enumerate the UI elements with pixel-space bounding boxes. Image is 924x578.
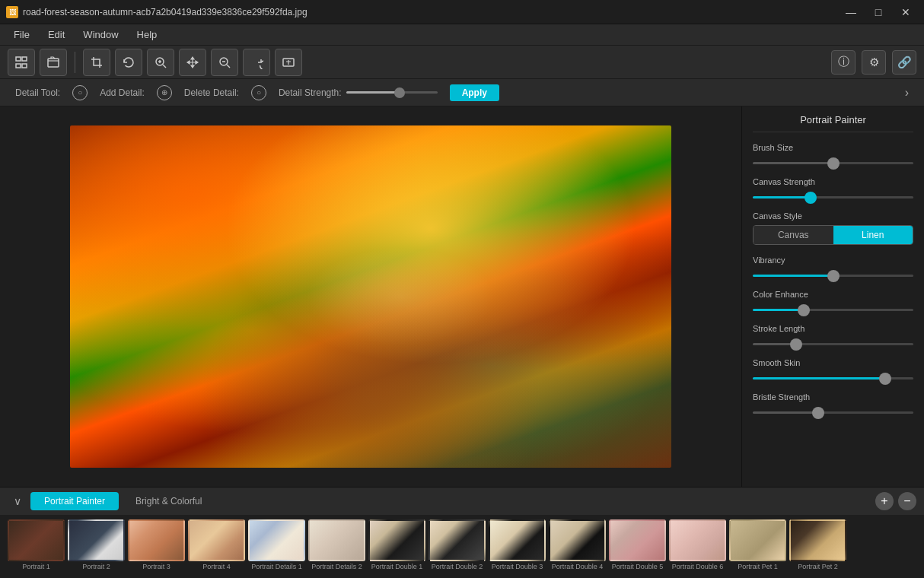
thumbnail-label: Portrait Double 1 <box>368 563 425 570</box>
list-item[interactable]: Portrait Details 1 <box>248 519 305 574</box>
info-button[interactable]: ⓘ <box>831 50 855 75</box>
thumbnail <box>429 519 486 561</box>
thumbnail <box>789 519 846 561</box>
thumbnail <box>68 519 125 561</box>
tab-portrait-painter[interactable]: Portrait Painter <box>30 492 119 510</box>
list-item[interactable]: Portrait Pet 1 <box>729 519 786 574</box>
canvas-style-canvas-button[interactable]: Canvas <box>754 226 833 244</box>
right-panel: Portrait Painter Brush Size Canvas Stren… <box>741 106 924 487</box>
add-preset-button[interactable]: + <box>875 492 894 510</box>
delete-detail-icon: ○ <box>251 85 266 100</box>
canvas-strength-row: Canvas Strength <box>753 177 913 201</box>
fit-screen-button[interactable] <box>8 49 35 76</box>
color-enhance-row: Color Enhance <box>753 290 913 313</box>
thumbnail-label: Portrait Double 6 <box>669 563 726 570</box>
zoom-in-button[interactable] <box>147 49 174 76</box>
stroke-length-label: Stroke Length <box>753 324 913 333</box>
thumbnail <box>188 519 245 561</box>
rotate-right-button[interactable] <box>243 49 270 76</box>
canvas-strength-slider[interactable] <box>753 196 913 198</box>
menu-window[interactable]: Window <box>75 26 126 43</box>
canvas-style-linen-button[interactable]: Linen <box>833 226 913 244</box>
thumbnail <box>368 519 425 561</box>
brush-size-slider[interactable] <box>753 162 913 164</box>
thumbnail-label: Portrait 2 <box>68 563 125 570</box>
move-button[interactable] <box>179 49 206 76</box>
list-item[interactable]: Portrait Details 2 <box>308 519 365 574</box>
list-item[interactable]: Portrait 1 <box>8 519 65 574</box>
collapse-button[interactable]: ∨ <box>8 492 27 510</box>
expand-button[interactable] <box>275 49 302 76</box>
crop-button[interactable] <box>83 49 110 76</box>
stroke-length-row: Stroke Length <box>753 324 913 348</box>
apply-button[interactable]: Apply <box>450 84 499 101</box>
vibrancy-row: Vibrancy <box>753 256 913 279</box>
list-item[interactable]: Portrait Double 6 <box>669 519 726 574</box>
vibrancy-slider[interactable] <box>753 275 913 277</box>
menu-file[interactable]: File <box>6 26 37 43</box>
title-text: road-forest-season-autumn-acb7a2b0419ad3… <box>23 7 307 17</box>
svg-rect-3 <box>22 64 27 68</box>
list-item[interactable]: Portrait Double 2 <box>429 519 486 574</box>
list-item[interactable]: Portrait Double 5 <box>609 519 666 574</box>
tab-bar: ∨ Portrait Painter Bright & Colorful + − <box>0 487 924 515</box>
thumbnail <box>308 519 365 561</box>
remove-preset-button[interactable]: − <box>898 492 916 510</box>
thumbnail-label: Portrait Double 3 <box>489 563 546 570</box>
svg-rect-0 <box>16 57 21 61</box>
bristle-strength-label: Bristle Strength <box>753 392 913 402</box>
menu-bar: File Edit Window Help <box>0 24 924 46</box>
share-button[interactable]: 🔗 <box>892 50 916 75</box>
list-item[interactable]: Portrait 3 <box>128 519 185 574</box>
maximize-button[interactable]: □ <box>866 5 891 20</box>
thumbnail <box>248 519 305 561</box>
thumbnail-label: Portrait Double 2 <box>429 563 486 570</box>
thumbnail-label: Portrait 4 <box>188 563 245 570</box>
thumbnail <box>128 519 185 561</box>
thumbnail <box>549 519 606 561</box>
list-item[interactable]: Portrait 4 <box>188 519 245 574</box>
svg-rect-2 <box>16 64 21 68</box>
menu-edit[interactable]: Edit <box>40 26 72 43</box>
stroke-length-slider[interactable] <box>753 343 913 345</box>
list-item[interactable]: Portrait 2 <box>68 519 125 574</box>
add-detail-icon: ⊕ <box>157 85 172 100</box>
zoom-out-button[interactable] <box>211 49 238 76</box>
canvas-style-row: Canvas Style Canvas Linen <box>753 211 913 245</box>
smooth-skin-slider[interactable] <box>753 377 913 380</box>
minimize-button[interactable]: — <box>839 5 863 20</box>
bristle-strength-row: Bristle Strength <box>753 392 913 416</box>
svg-rect-1 <box>22 57 27 61</box>
detail-strength-label: Detail Strength: <box>279 87 342 98</box>
list-item[interactable]: Portrait Double 3 <box>489 519 546 574</box>
main-area: Portrait Painter Brush Size Canvas Stren… <box>0 106 924 487</box>
menu-help[interactable]: Help <box>129 26 165 43</box>
bristle-strength-slider[interactable] <box>753 411 913 414</box>
list-item[interactable]: Portrait Double 4 <box>549 519 606 574</box>
canvas-style-toggle: Canvas Linen <box>753 225 913 245</box>
close-button[interactable]: ✕ <box>894 5 918 20</box>
title-bar: 🖼 road-forest-season-autumn-acb7a2b0419a… <box>0 0 924 24</box>
thumbnail-label: Portrait 3 <box>128 563 185 570</box>
tab-actions: + − <box>875 492 916 510</box>
detail-strength-slider[interactable] <box>346 91 438 94</box>
rotate-left-button[interactable] <box>115 49 142 76</box>
filmstrip: Portrait 1 Portrait 2 Portrait 3 Portrai… <box>0 515 924 578</box>
list-item[interactable]: Portrait Pet 2 <box>789 519 846 574</box>
brush-size-row: Brush Size <box>753 143 913 167</box>
thumbnail <box>669 519 726 561</box>
thumbnail <box>489 519 546 561</box>
tab-bright-colorful[interactable]: Bright & Colorful <box>122 492 215 510</box>
brush-size-label: Brush Size <box>753 143 913 152</box>
settings-button[interactable]: ⚙ <box>862 50 886 75</box>
window-controls: — □ ✕ <box>839 5 918 20</box>
color-enhance-slider[interactable] <box>753 309 913 311</box>
thumbnail-label: Portrait Details 1 <box>248 563 305 570</box>
canvas-strength-label: Canvas Strength <box>753 177 913 186</box>
color-enhance-label: Color Enhance <box>753 290 913 299</box>
detail-bar: Detail Tool: ○ Add Detail: ⊕ Delete Deta… <box>0 79 924 106</box>
panel-title: Portrait Painter <box>753 114 913 132</box>
list-item[interactable]: Portrait Double 1 <box>368 519 425 574</box>
open-file-button[interactable] <box>40 49 67 76</box>
expand-arrow[interactable]: › <box>905 86 909 100</box>
